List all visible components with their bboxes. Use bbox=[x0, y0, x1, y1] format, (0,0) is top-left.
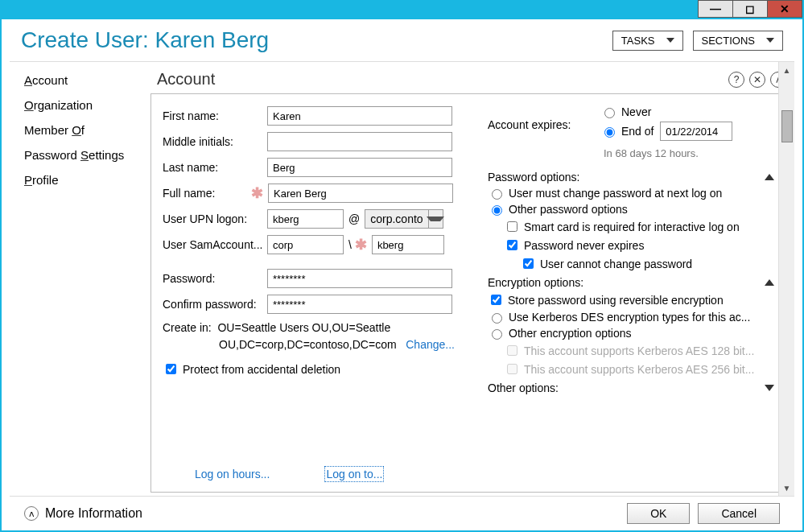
aes256-checkbox bbox=[507, 364, 517, 374]
sidebar-item-memberof[interactable]: Member Of bbox=[24, 123, 138, 137]
aes128-checkbox bbox=[507, 345, 517, 356]
confirm-password-label: Confirm password: bbox=[163, 298, 267, 311]
sam-user-input[interactable] bbox=[372, 235, 444, 254]
first-name-input[interactable] bbox=[267, 106, 452, 126]
section-heading: Account bbox=[157, 70, 215, 89]
scrollbar[interactable]: ▲ ▼ bbox=[778, 62, 794, 496]
aes256-label: This account supports Kerberos AES 256 b… bbox=[524, 363, 754, 376]
sam-domain-input[interactable] bbox=[267, 235, 344, 254]
protect-checkbox[interactable] bbox=[166, 364, 176, 374]
other-pwd-radio[interactable] bbox=[492, 205, 502, 216]
other-enc-radio[interactable] bbox=[492, 329, 502, 340]
expand-info-button[interactable]: ʌ bbox=[24, 506, 39, 521]
scroll-down-icon[interactable]: ▼ bbox=[779, 480, 794, 496]
aes128-label: This account supports Kerberos AES 128 b… bbox=[524, 344, 754, 357]
other-enc-label: Other encryption options bbox=[509, 327, 632, 340]
minimize-button[interactable]: — bbox=[698, 0, 733, 18]
ok-button[interactable]: OK bbox=[627, 503, 690, 524]
other-pwd-label: Other password options bbox=[509, 203, 628, 216]
middle-initials-label: Middle initials: bbox=[163, 135, 267, 148]
sidebar-item-account[interactable]: Account bbox=[24, 73, 138, 87]
never-expires-label: Password never expires bbox=[524, 239, 644, 252]
endof-label: End of bbox=[621, 125, 654, 138]
titlebar: — ◻ ✕ bbox=[2, 2, 802, 19]
smartcard-checkbox[interactable] bbox=[507, 221, 517, 232]
close-button[interactable]: ✕ bbox=[767, 0, 802, 18]
first-name-label: First name: bbox=[163, 109, 267, 122]
createin-path2: OU,DC=corp,DC=contoso,DC=com bbox=[219, 338, 397, 351]
full-name-input[interactable] bbox=[268, 184, 453, 203]
tasks-label: TASKS bbox=[621, 35, 655, 47]
separator: \ bbox=[348, 238, 352, 251]
chevron-down-icon bbox=[666, 38, 674, 43]
main-panel: Account ? ✕ ʌ First name: Middle ini bbox=[142, 62, 794, 496]
password-options-heading: Password options: bbox=[488, 171, 579, 184]
sections-dropdown[interactable]: SECTIONS bbox=[693, 31, 783, 51]
help-button[interactable]: ? bbox=[728, 72, 744, 88]
createin-label: Create in: bbox=[163, 321, 212, 334]
protect-label: Protect from accidental deletion bbox=[183, 363, 340, 376]
cannot-change-checkbox[interactable] bbox=[523, 258, 534, 269]
sidebar: Account Organization Member Of Password … bbox=[10, 62, 142, 496]
createin-path: OU=Seattle Users OU,OU=Seattle bbox=[217, 321, 390, 334]
upn-label: User UPN logon: bbox=[163, 212, 267, 225]
maximize-button[interactable]: ◻ bbox=[732, 0, 768, 18]
expires-date-input[interactable] bbox=[660, 122, 732, 141]
upn-domain-value: corp.conto bbox=[365, 212, 427, 225]
must-change-label: User must change password at next log on bbox=[509, 187, 722, 200]
sections-label: SECTIONS bbox=[702, 35, 755, 47]
cancel-button[interactable]: Cancel bbox=[698, 503, 780, 524]
expires-label: Account expires: bbox=[488, 118, 600, 131]
at-symbol: @ bbox=[348, 212, 360, 225]
sidebar-item-password-settings[interactable]: Password Settings bbox=[24, 148, 138, 162]
sam-label: User SamAccount... bbox=[163, 238, 267, 251]
main-window: — ◻ ✕ Create User: Karen Berg TASKS SECT… bbox=[0, 0, 804, 532]
required-icon: ✱ bbox=[355, 236, 367, 254]
confirm-password-input[interactable] bbox=[267, 295, 452, 314]
page-title: Create User: Karen Berg bbox=[21, 27, 603, 53]
password-label: Password: bbox=[163, 272, 267, 285]
smartcard-label: Smart card is required for interactive l… bbox=[524, 221, 740, 233]
upn-user-input[interactable] bbox=[267, 209, 344, 229]
reversible-label: Store password using reversible encrypti… bbox=[508, 294, 724, 307]
last-name-input[interactable] bbox=[267, 158, 452, 177]
never-radio[interactable] bbox=[604, 108, 615, 118]
upn-domain-combo[interactable]: corp.conto bbox=[365, 209, 443, 229]
never-label: Never bbox=[621, 105, 651, 118]
expires-hint: In 68 days 12 hours. bbox=[604, 147, 774, 159]
reversible-checkbox[interactable] bbox=[491, 295, 501, 305]
sidebar-item-organization[interactable]: Organization bbox=[24, 98, 138, 112]
sidebar-item-profile[interactable]: Profile bbox=[24, 173, 138, 187]
encryption-options-heading: Encryption options: bbox=[488, 276, 583, 289]
collapse-icon[interactable] bbox=[765, 174, 774, 180]
never-expires-checkbox[interactable] bbox=[507, 240, 517, 250]
scroll-up-icon[interactable]: ▲ bbox=[779, 62, 794, 78]
required-icon: ✱ bbox=[251, 184, 263, 202]
full-name-label: Full name: bbox=[163, 187, 253, 200]
collapse-icon[interactable] bbox=[765, 279, 774, 286]
must-change-radio[interactable] bbox=[492, 189, 502, 200]
logon-hours-link[interactable]: Log on hours... bbox=[195, 468, 270, 480]
tasks-dropdown[interactable]: TASKS bbox=[612, 31, 683, 51]
other-options-heading: Other options: bbox=[488, 381, 559, 394]
endof-radio[interactable] bbox=[604, 127, 615, 138]
kerberos-des-label: Use Kerberos DES encryption types for th… bbox=[509, 311, 750, 324]
more-information-label[interactable]: More Information bbox=[45, 506, 142, 521]
chevron-down-icon bbox=[427, 217, 444, 221]
expand-icon[interactable] bbox=[765, 385, 774, 391]
middle-initials-input[interactable] bbox=[267, 132, 452, 151]
logon-to-link[interactable]: Log on to... bbox=[326, 468, 382, 480]
change-link[interactable]: Change... bbox=[406, 338, 455, 351]
chevron-down-icon bbox=[766, 38, 774, 43]
scroll-thumb[interactable] bbox=[781, 110, 793, 142]
password-input[interactable] bbox=[267, 269, 452, 288]
cannot-change-label: User cannot change password bbox=[540, 258, 692, 270]
last-name-label: Last name: bbox=[163, 161, 267, 174]
kerberos-des-radio[interactable] bbox=[492, 313, 502, 324]
close-section-button[interactable]: ✕ bbox=[749, 72, 765, 88]
